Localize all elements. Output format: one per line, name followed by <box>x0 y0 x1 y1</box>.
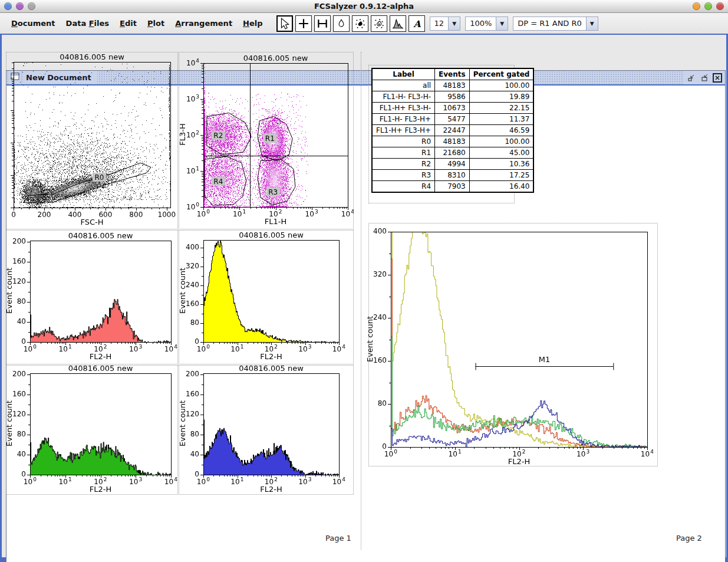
gate-selector-value: DP = R1 AND R0 <box>513 17 586 31</box>
stats-column-header: Label <box>372 68 435 80</box>
table-row: R048183100.00 <box>372 136 533 147</box>
table-cell: R1 <box>372 147 435 159</box>
table-cell: all <box>372 80 435 91</box>
stats-column-header: Events <box>435 68 470 80</box>
chevron-down-icon[interactable]: ▼ <box>496 17 508 31</box>
menu-edit[interactable]: Edit <box>114 17 142 30</box>
table-cell: R3 <box>372 170 435 181</box>
page1-label: Page 1 <box>325 534 351 543</box>
minimize-button[interactable] <box>686 73 697 83</box>
dot-plot-icon <box>354 18 366 29</box>
table-cell: 48183 <box>435 80 470 91</box>
overlay-x-axis-label: FL2-H <box>472 457 566 466</box>
page2-label: Page 2 <box>676 534 702 543</box>
menu-plot[interactable]: Plot <box>142 17 170 30</box>
chevron-down-icon[interactable]: ▼ <box>448 17 460 31</box>
fsc-plot[interactable] <box>6 52 178 229</box>
h-blue-y-axis-label: Event count <box>178 388 187 459</box>
dot-plot-tool-button[interactable] <box>352 15 368 32</box>
table-row: FL1-H+ FL3-H-1067322.15 <box>372 103 533 114</box>
table-cell: R0 <box>372 136 435 147</box>
table-cell: 45.00 <box>469 147 533 159</box>
traffic-light-green-icon[interactable] <box>704 2 712 10</box>
traffic-light-red-icon[interactable] <box>716 2 724 10</box>
h-red-x-axis-label: FL2-H <box>54 352 148 361</box>
fl-plot[interactable] <box>179 52 354 229</box>
close-button[interactable] <box>712 73 723 83</box>
histogram-plot-tool-button[interactable] <box>390 15 406 32</box>
toolbar: A <box>276 15 425 32</box>
table-cell: 46.59 <box>469 125 533 136</box>
stats-table-header-row: LabelEventsPercent gated <box>372 68 533 80</box>
document-window-controls <box>684 71 725 84</box>
table-cell: 5477 <box>435 114 470 125</box>
pointer-icon <box>279 18 291 29</box>
h-blue-title: 040816.005 new <box>206 364 336 373</box>
table-row: all48183100.00 <box>372 80 533 91</box>
histogram-plot-icon <box>392 18 404 29</box>
table-cell: 10.36 <box>469 159 533 170</box>
maximize-button[interactable] <box>699 73 710 83</box>
table-cell: 48183 <box>435 136 470 147</box>
text-icon: A <box>411 18 423 29</box>
h-yellow-title: 040816.005 new <box>206 231 336 239</box>
stats-column-header: Percent gated <box>469 68 533 80</box>
h-yellow-x-axis-label: FL2-H <box>224 352 318 361</box>
density-plot-tool-button[interactable] <box>371 15 387 32</box>
fl-y-axis-label: FL3-H <box>178 99 187 170</box>
density-plot-icon <box>373 18 385 29</box>
table-row: R2499410.36 <box>372 159 533 170</box>
table-row: FL1-H+ FL3-H+2244746.59 <box>372 125 533 136</box>
table-cell: R4 <box>372 181 435 193</box>
table-row: FL1-H- FL3-H-958619.89 <box>372 91 533 103</box>
table-cell: 100.00 <box>469 80 533 91</box>
h-green-plot[interactable] <box>6 365 178 495</box>
chevron-down-icon[interactable]: ▼ <box>586 17 598 31</box>
h-blue-x-axis-label: FL2-H <box>224 485 318 494</box>
h-red-plot[interactable] <box>6 230 178 364</box>
text-tool-button[interactable]: A <box>409 15 425 32</box>
fsc-x-axis-label: FSC-H <box>45 218 139 226</box>
table-row: R3831017.25 <box>372 170 533 181</box>
zoom-value: 100% <box>465 17 496 31</box>
table-cell: 22.15 <box>469 103 533 114</box>
font-size-combo[interactable]: 12 ▼ <box>430 17 461 31</box>
stats-table[interactable]: LabelEventsPercent gated all48183100.00F… <box>371 68 534 193</box>
table-cell: FL1-H- FL3-H- <box>372 91 435 103</box>
h-red-y-axis-label: Event count <box>5 255 14 326</box>
table-cell: FL1-H- FL3-H+ <box>372 114 435 125</box>
window-titlebar[interactable]: FCSalyzer 0.9.12-alpha <box>0 0 728 13</box>
table-row: R12168045.00 <box>372 147 533 159</box>
traffic-light-orange-icon[interactable] <box>693 2 700 10</box>
menu-items: DocumentData FilesEditPlotArrangementHel… <box>6 17 268 30</box>
table-cell: 9586 <box>435 91 470 103</box>
table-cell: FL1-H+ FL3-H+ <box>372 125 435 136</box>
gate-selector-combo[interactable]: DP = R1 AND R0 ▼ <box>513 17 598 31</box>
application-window: FCSalyzer 0.9.12-alpha DocumentData File… <box>0 0 728 562</box>
table-cell: 17.25 <box>469 170 533 181</box>
svg-text:A: A <box>413 18 421 29</box>
interval-gate-tool-button[interactable] <box>314 15 331 32</box>
table-row: FL1-H- FL3-H+547711.37 <box>372 114 533 125</box>
h-yellow-plot[interactable] <box>179 230 354 364</box>
maximize-icon <box>700 73 709 83</box>
overlay-plot[interactable] <box>368 223 658 466</box>
pointer-tool-button[interactable] <box>276 15 293 32</box>
polygon-gate-icon <box>335 18 347 29</box>
h-green-x-axis-label: FL2-H <box>54 485 148 494</box>
table-cell: 16.40 <box>469 181 533 193</box>
polygon-gate-tool-button[interactable] <box>333 15 350 32</box>
zoom-combo[interactable]: 100% ▼ <box>465 17 508 31</box>
fsc-title: 040816.005 new <box>27 52 157 61</box>
table-cell: 21680 <box>435 147 470 159</box>
font-size-value: 12 <box>430 17 449 31</box>
h-red-title: 040816.005 new <box>36 231 166 240</box>
h-blue-plot[interactable] <box>179 365 354 495</box>
quadrant-gate-tool-button[interactable] <box>295 15 312 32</box>
table-cell: 22447 <box>435 125 470 136</box>
h-green-y-axis-label: Event count <box>5 388 14 459</box>
menu-arrangement[interactable]: Arrangement <box>170 17 238 30</box>
menu-document[interactable]: Document <box>6 17 61 30</box>
menu-help[interactable]: Help <box>238 17 268 30</box>
menu-data-files[interactable]: Data Files <box>61 17 115 30</box>
